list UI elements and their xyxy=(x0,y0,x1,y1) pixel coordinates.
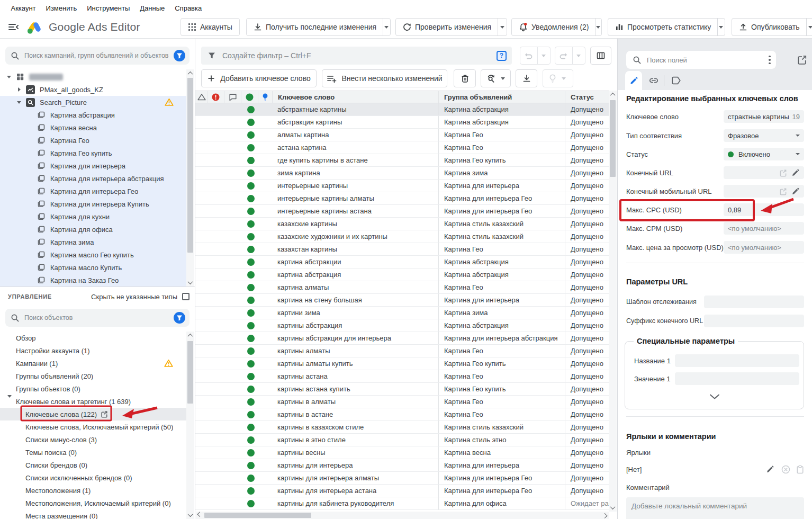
columns-button[interactable] xyxy=(590,47,611,65)
open-in-window-icon[interactable] xyxy=(797,55,807,65)
keyword-row[interactable]: картины для кабинета руководителяКартина… xyxy=(195,497,609,510)
menubar-item[interactable]: Аккаунт xyxy=(6,2,41,14)
tree-adgroup-row[interactable]: Картина Гео xyxy=(0,134,186,147)
scroll-down-arrow[interactable] xyxy=(609,504,617,511)
management-item[interactable]: Места размещения (0) xyxy=(0,509,186,519)
keyword-row[interactable]: казахские картиныКартина стиль казахский… xyxy=(195,218,609,230)
management-item[interactable]: Списки исключенных брендов (0) xyxy=(0,471,186,484)
keyword-row[interactable]: картины весныКартина веснаДопущено xyxy=(195,446,609,459)
open-in-window-icon[interactable] xyxy=(101,410,108,418)
keyword-row[interactable]: картина абстракцияКартина абстракцияДопу… xyxy=(195,269,609,281)
tree-adgroup-row[interactable]: Картина для кухни xyxy=(0,210,186,223)
tab-links[interactable] xyxy=(646,73,662,88)
keyword-row[interactable]: абстрактные картиныКартина абстракцияДоп… xyxy=(195,103,609,116)
tree-adgroup-row[interactable]: Картина для интерьера Гео xyxy=(0,185,186,198)
help-icon[interactable]: ? xyxy=(497,51,507,61)
match-type-select[interactable]: Фразовое xyxy=(724,129,804,142)
final-url-suffix-field[interactable] xyxy=(704,315,804,327)
management-item[interactable]: Списки брендов (0) xyxy=(0,459,186,471)
scroll-down-arrow[interactable] xyxy=(186,512,194,518)
tree-adgroup-row[interactable]: Картина на Заказ Гео xyxy=(0,274,186,287)
scroll-thumb[interactable] xyxy=(187,78,193,253)
param-name1-field[interactable] xyxy=(675,354,799,367)
keyword-row[interactable]: интерьерные картины астанаКартина для ин… xyxy=(195,205,609,218)
tree-adgroup-row[interactable]: Картина для интерьера Купить xyxy=(0,198,186,210)
publish-button[interactable]: Опубликовать xyxy=(732,18,812,36)
management-item[interactable]: Обзор xyxy=(0,332,186,344)
management-item[interactable]: Местоположения (1) xyxy=(0,484,186,497)
keyword-row[interactable]: картины абстракцияКартина абстракцияДопу… xyxy=(195,319,609,332)
management-item[interactable]: Группы объявлений (20) xyxy=(0,370,186,382)
menubar-item[interactable]: Справка xyxy=(170,2,207,14)
delete-button[interactable] xyxy=(454,69,476,87)
table-header-icon-col[interactable] xyxy=(258,91,272,103)
filter-button[interactable] xyxy=(174,312,185,324)
keyword-row[interactable]: алматы картинаКартина ГеоДопущено xyxy=(195,129,609,141)
keyword-row[interactable]: картины в алматыКартина ГеоДопущено xyxy=(195,396,609,408)
redo-dropdown[interactable] xyxy=(573,47,585,64)
management-scrollbar[interactable] xyxy=(186,332,194,519)
scroll-up-arrow[interactable] xyxy=(186,70,194,77)
management-item[interactable]: Ключевые слова и таргетинг (1 639) xyxy=(0,395,186,408)
scroll-down-arrow[interactable] xyxy=(186,279,194,286)
keyword-row[interactable]: картины для интерьера алматыКартина для … xyxy=(195,472,609,485)
accounts-button[interactable]: Аккаунты xyxy=(181,18,240,36)
keyword-row[interactable]: картины алматыКартина ГеоДопущено xyxy=(195,345,609,357)
keyword-row[interactable]: где купить картины в астанеКартина Гео к… xyxy=(195,154,609,167)
keyword-row[interactable]: картины в этно стилеКартина стиль этноДо… xyxy=(195,434,609,446)
undo-button[interactable] xyxy=(520,47,537,64)
tree-adgroup-row[interactable]: Картина масло Купить xyxy=(0,261,186,274)
keyword-row[interactable]: картины абстракция для интерьераКартина … xyxy=(195,332,609,345)
view-statistics-button[interactable]: Просмотреть статистику xyxy=(608,18,725,36)
status-select[interactable]: Включено xyxy=(724,148,804,160)
tree-campaign-row[interactable]: Search_Picture xyxy=(0,96,186,109)
tree-adgroup-row[interactable]: Картина для интерьера абстракция xyxy=(0,172,186,185)
management-item[interactable]: Местоположения, Исключаемый критерий (0) xyxy=(0,497,186,509)
management-item[interactable]: Темы поиска (0) xyxy=(0,446,186,459)
get-recent-changes-button[interactable]: Получить последние изменения xyxy=(246,18,391,36)
menubar-item[interactable]: Изменить xyxy=(41,2,82,14)
keyword-row[interactable]: картины для интерьераКартина для интерье… xyxy=(195,459,609,472)
expand-more-icon[interactable] xyxy=(709,393,720,400)
tree-adgroup-row[interactable]: Картина весна xyxy=(0,121,186,134)
keyword-row[interactable]: абстракция картиныКартина абстракцияДопу… xyxy=(195,116,609,129)
export-button[interactable] xyxy=(516,69,537,87)
table-header-icon-col[interactable] xyxy=(207,91,224,103)
scroll-thumb[interactable] xyxy=(204,513,311,518)
chevron-down-icon[interactable] xyxy=(7,398,12,406)
tree-adgroup-row[interactable]: Картина Гео купить xyxy=(0,147,186,159)
table-header-col[interactable]: Статус xyxy=(565,91,609,103)
keyword-row[interactable]: картины в казахском стилеКартина стиль к… xyxy=(195,421,609,434)
menubar-item[interactable]: Инструменты xyxy=(82,2,135,14)
pencil-icon[interactable] xyxy=(791,168,800,177)
hide-types-checkbox[interactable] xyxy=(182,293,190,300)
tree-campaign-row[interactable]: PMax_all_goods_KZ xyxy=(0,83,186,96)
keyword-row[interactable]: казахские художники и их картиныКартина … xyxy=(195,230,609,243)
pencil-icon[interactable] xyxy=(766,465,774,473)
chevron-down-icon[interactable] xyxy=(5,76,13,78)
management-item[interactable]: Группы объектов (0) xyxy=(0,382,186,395)
keyword-row[interactable]: астана картинаКартина ГеоДопущено xyxy=(195,141,609,154)
pencil-icon[interactable] xyxy=(791,187,800,195)
publish-dropdown[interactable] xyxy=(806,19,812,35)
table-header-icon-col[interactable] xyxy=(224,91,241,103)
tree-adgroup-row[interactable]: Картина масло Гео купить xyxy=(0,248,186,261)
get-recent-changes-dropdown[interactable] xyxy=(383,19,390,35)
keyword-field[interactable]: страктные картины 19 xyxy=(724,110,804,123)
add-keyword-button[interactable]: Добавить ключевое слово xyxy=(201,69,317,87)
keyword-row[interactable]: картини зимаКартина зимаДопущено xyxy=(195,307,609,319)
scroll-up-arrow[interactable] xyxy=(186,332,194,339)
param-value1-field[interactable] xyxy=(675,372,799,385)
redo-button[interactable] xyxy=(555,47,572,64)
scroll-up-arrow[interactable] xyxy=(609,91,617,98)
tab-labels[interactable] xyxy=(668,73,684,88)
undo-dropdown[interactable] xyxy=(538,47,550,64)
field-search-input[interactable]: Поиск полей xyxy=(626,51,776,69)
menu-open-icon[interactable] xyxy=(7,21,19,33)
tree-adgroup-row[interactable]: Картина для офиса xyxy=(0,223,186,236)
filter-input[interactable]: Создайте фильтр – Ctrl+F ? xyxy=(201,47,512,65)
comment-input[interactable]: Добавьте локальный комментарий xyxy=(626,497,804,519)
keyword-row[interactable]: интерьерные картины алматыКартина для ин… xyxy=(195,192,609,205)
keyword-row[interactable]: казахстан картиныКартина ГеоДопущено xyxy=(195,243,609,256)
object-search-input[interactable]: Поиск объектов xyxy=(5,309,190,327)
